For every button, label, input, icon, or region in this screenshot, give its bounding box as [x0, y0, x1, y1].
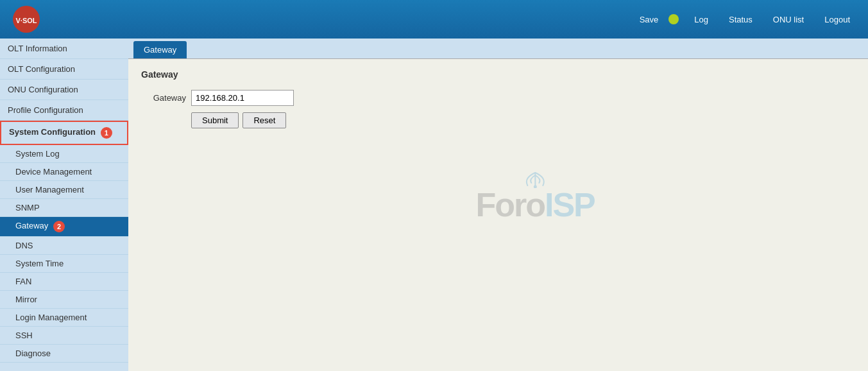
- button-row: Submit Reset: [191, 112, 855, 128]
- logo-icon: V·SOL: [13, 6, 40, 33]
- watermark-text: ForoISP: [475, 186, 594, 224]
- sidebar-item-olt-information[interactable]: OLT Information: [0, 39, 128, 59]
- sidebar-sub-diagnose[interactable]: Diagnose: [0, 345, 128, 363]
- sidebar-sub-system-log[interactable]: System Log: [0, 145, 128, 163]
- gateway-input[interactable]: [191, 90, 294, 106]
- sidebar-sub-gateway[interactable]: Gateway 2: [0, 217, 128, 237]
- sidebar-sub-mirror[interactable]: Mirror: [0, 291, 128, 309]
- tab-gateway[interactable]: Gateway: [133, 41, 187, 58]
- header-nav: Save Log Status ONU list Logout: [141, 12, 855, 27]
- status-indicator: [668, 14, 679, 24]
- sidebar-sub-login-management[interactable]: Login Management: [0, 309, 128, 327]
- status-button[interactable]: Status: [724, 12, 758, 27]
- badge-1: 1: [101, 127, 112, 139]
- svg-text:V·SOL: V·SOL: [15, 17, 37, 24]
- signal-icon: [522, 170, 548, 190]
- sidebar-item-onu-configuration[interactable]: ONU Configuration: [0, 80, 128, 100]
- gateway-label: Gateway: [15, 221, 48, 230]
- watermark-isp: ISP: [545, 186, 595, 223]
- sidebar-item-system-configuration[interactable]: System Configuration 1: [0, 121, 128, 145]
- sidebar-sub-user-management[interactable]: User Management: [0, 181, 128, 199]
- main-content: Gateway Gateway Gateway Submit Reset: [128, 39, 868, 371]
- sidebar-sub-fan[interactable]: FAN: [0, 273, 128, 291]
- header: V·SOL Save Log Status ONU list Logout: [0, 0, 868, 39]
- sidebar-sub-ssh[interactable]: SSH: [0, 327, 128, 345]
- sidebar-item-profile-configuration[interactable]: Profile Configuration: [0, 100, 128, 121]
- sidebar-sub-dns[interactable]: DNS: [0, 237, 128, 255]
- page-title: Gateway: [141, 69, 855, 80]
- tab-bar: Gateway: [128, 39, 868, 59]
- content-area: Gateway Gateway Submit Reset: [128, 59, 868, 139]
- submit-button[interactable]: Submit: [191, 112, 239, 128]
- sidebar: OLT Information OLT Configuration ONU Co…: [0, 39, 128, 371]
- sidebar-item-olt-configuration[interactable]: OLT Configuration: [0, 59, 128, 80]
- badge-2: 2: [53, 221, 65, 232]
- onu-list-button[interactable]: ONU list: [768, 12, 809, 27]
- sidebar-sub-device-management[interactable]: Device Management: [0, 163, 128, 181]
- sidebar-sub-system-time[interactable]: System Time: [0, 255, 128, 273]
- logout-button[interactable]: Logout: [819, 12, 855, 27]
- gateway-field-label: Gateway: [141, 93, 186, 103]
- gateway-form-row: Gateway: [141, 90, 855, 106]
- sidebar-sub-snmp[interactable]: SNMP: [0, 199, 128, 217]
- svg-point-2: [534, 186, 537, 189]
- system-configuration-label: System Configuration: [9, 127, 96, 137]
- logo-area: V·SOL: [13, 6, 141, 33]
- reset-button[interactable]: Reset: [243, 112, 286, 128]
- log-button[interactable]: Log: [689, 12, 713, 27]
- watermark: ForoISP: [475, 186, 594, 224]
- save-button[interactable]: Save: [640, 15, 659, 24]
- watermark-foro: Foro: [475, 186, 545, 223]
- layout: OLT Information OLT Configuration ONU Co…: [0, 39, 868, 371]
